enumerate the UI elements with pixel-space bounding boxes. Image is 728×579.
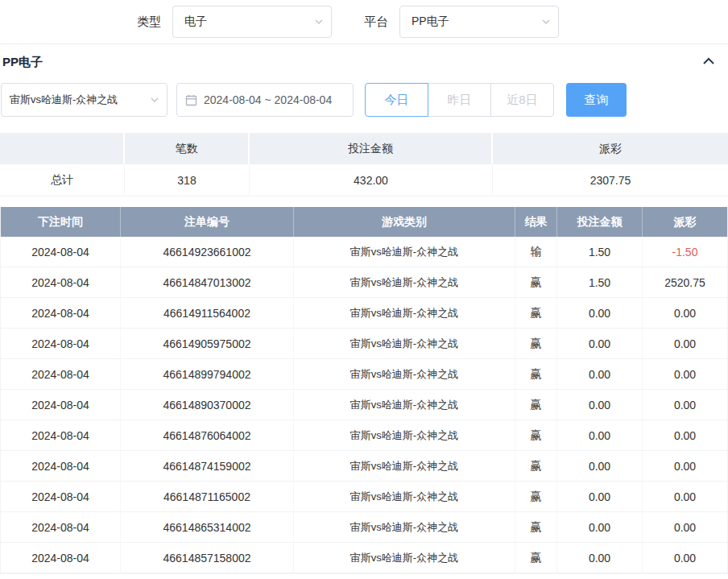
header-bet-time: 下注时间 <box>1 207 121 237</box>
bet-payout: 0.00 <box>643 451 727 481</box>
bet-payout: 0.00 <box>643 298 727 328</box>
bet-date: 2024-08-04 <box>1 512 121 542</box>
table-row: 2024-08-04 46614847013002 宙斯vs哈迪斯-众神之战 赢… <box>1 267 727 298</box>
bet-amount: 0.00 <box>557 359 643 389</box>
game-select[interactable]: 宙斯vs哈迪斯-众神之战 <box>1 83 168 117</box>
bet-id: 46614911564002 <box>121 298 294 328</box>
bet-date: 2024-08-04 <box>1 451 121 481</box>
summary-header-row: 笔数 投注金额 派彩 <box>0 133 728 164</box>
table-row: 2024-08-04 46614874159002 宙斯vs哈迪斯-众神之战 赢… <box>1 451 727 482</box>
bet-result: 赢 <box>515 543 557 573</box>
date-range-input[interactable]: 2024-08-04 ~ 2024-08-04 <box>176 83 354 117</box>
summary-total-count: 318 <box>125 164 250 196</box>
bet-game: 宙斯vs哈迪斯-众神之战 <box>294 390 515 420</box>
table-row: 2024-08-04 46614911564002 宙斯vs哈迪斯-众神之战 赢… <box>1 298 727 329</box>
page: 类型 电子 平台 PP电子 PP电子 宙斯vs哈迪斯-众神之战 <box>0 0 728 574</box>
bet-amount: 0.00 <box>557 512 643 542</box>
chevron-up-icon <box>702 56 715 68</box>
summary-header-payout: 派彩 <box>493 133 728 164</box>
bet-payout: 0.00 <box>643 543 727 573</box>
bet-amount: 0.00 <box>557 451 643 481</box>
type-label: 类型 <box>137 14 161 30</box>
query-button[interactable]: 查询 <box>566 83 627 117</box>
bet-payout: 2520.75 <box>643 267 727 297</box>
bet-game: 宙斯vs哈迪斯-众神之战 <box>294 543 515 573</box>
header-bet-id: 注单编号 <box>121 207 294 237</box>
bet-result: 输 <box>515 237 557 267</box>
bet-result: 赢 <box>515 390 557 420</box>
header-payout: 派彩 <box>643 207 727 237</box>
table-row: 2024-08-04 46614905975002 宙斯vs哈迪斯-众神之战 赢… <box>1 329 727 359</box>
header-bet-amount: 投注金额 <box>557 207 643 237</box>
bet-amount: 0.00 <box>557 543 643 573</box>
table-row: 2024-08-04 46614876064002 宙斯vs哈迪斯-众神之战 赢… <box>1 420 727 451</box>
bet-amount: 0.00 <box>557 420 643 450</box>
bet-result: 赢 <box>515 298 557 328</box>
bet-game: 宙斯vs哈迪斯-众神之战 <box>294 482 515 511</box>
summary-total-payout: 2307.75 <box>493 164 728 196</box>
bet-id: 46614890370002 <box>121 390 294 420</box>
bet-result: 赢 <box>515 451 557 481</box>
bet-game: 宙斯vs哈迪斯-众神之战 <box>294 298 515 328</box>
table-row: 2024-08-04 46614871165002 宙斯vs哈迪斯-众神之战 赢… <box>1 482 727 512</box>
bet-game: 宙斯vs哈迪斯-众神之战 <box>294 512 515 542</box>
date-shortcut-group: 今日 昨日 近8日 <box>365 83 554 117</box>
bet-game: 宙斯vs哈迪斯-众神之战 <box>294 359 515 389</box>
bet-id: 46614857158002 <box>121 543 294 573</box>
bet-payout: 0.00 <box>643 482 727 511</box>
table-row: 2024-08-04 46614899794002 宙斯vs哈迪斯-众神之战 赢… <box>1 359 727 390</box>
summary-total-label: 总计 <box>0 164 125 196</box>
bet-date: 2024-08-04 <box>1 543 121 573</box>
bet-result: 赢 <box>515 420 557 450</box>
summary-header-count: 笔数 <box>125 133 250 164</box>
bet-date: 2024-08-04 <box>1 420 121 450</box>
bet-payout: 0.00 <box>643 512 727 542</box>
bet-result: 赢 <box>515 482 557 511</box>
bet-payout: 0.00 <box>643 359 727 389</box>
summary-total-amount: 432.00 <box>250 164 493 196</box>
bet-game: 宙斯vs哈迪斯-众神之战 <box>294 237 515 267</box>
bet-date: 2024-08-04 <box>1 482 121 511</box>
bets-table-header: 下注时间 注单编号 游戏类别 结果 投注金额 派彩 <box>1 207 727 237</box>
platform-select[interactable]: PP电子 <box>399 6 559 38</box>
calendar-icon <box>185 94 197 106</box>
table-row: 2024-08-04 46614857158002 宙斯vs哈迪斯-众神之战 赢… <box>1 543 727 573</box>
header-game-type: 游戏类别 <box>294 207 515 237</box>
bet-id: 46614899794002 <box>121 359 294 389</box>
bet-date: 2024-08-04 <box>1 298 121 328</box>
last8days-button[interactable]: 近8日 <box>490 83 554 117</box>
bet-result: 赢 <box>515 267 557 297</box>
section-header: PP电子 <box>0 44 728 80</box>
bet-amount: 0.00 <box>557 329 643 358</box>
type-select[interactable]: 电子 <box>172 6 332 38</box>
bet-game: 宙斯vs哈迪斯-众神之战 <box>294 329 515 358</box>
bet-game: 宙斯vs哈迪斯-众神之战 <box>294 451 515 481</box>
bet-id: 46614923661002 <box>121 237 294 267</box>
bet-game: 宙斯vs哈迪斯-众神之战 <box>294 267 515 297</box>
bet-result: 赢 <box>515 512 557 542</box>
bet-id: 46614871165002 <box>121 482 294 511</box>
bet-date: 2024-08-04 <box>1 267 121 297</box>
chevron-down-icon <box>151 96 159 104</box>
game-select-value: 宙斯vs哈迪斯-众神之战 <box>10 93 118 107</box>
bet-result: 赢 <box>515 359 557 389</box>
summary-header-amount: 投注金额 <box>250 133 493 164</box>
bet-payout: 0.00 <box>643 420 727 450</box>
bet-amount: 1.50 <box>557 267 643 297</box>
summary-corner-cell <box>0 133 125 164</box>
chevron-down-icon <box>315 18 323 26</box>
type-select-value: 电子 <box>184 14 207 29</box>
yesterday-button[interactable]: 昨日 <box>428 83 491 117</box>
bet-id: 46614874159002 <box>121 451 294 481</box>
toolbar: 宙斯vs哈迪斯-众神之战 2024-08-04 ~ 2024-08-04 今日 … <box>1 83 728 117</box>
bet-game: 宙斯vs哈迪斯-众神之战 <box>294 420 515 450</box>
collapse-button[interactable] <box>701 55 717 70</box>
bet-date: 2024-08-04 <box>1 329 121 358</box>
top-filter-bar: 类型 电子 平台 PP电子 <box>0 0 728 44</box>
bet-amount: 0.00 <box>557 298 643 328</box>
date-range-value: 2024-08-04 ~ 2024-08-04 <box>204 93 332 106</box>
today-button[interactable]: 今日 <box>365 83 428 117</box>
platform-select-value: PP电子 <box>412 14 449 29</box>
bet-id: 46614847013002 <box>121 267 294 297</box>
section-title: PP电子 <box>2 55 43 70</box>
